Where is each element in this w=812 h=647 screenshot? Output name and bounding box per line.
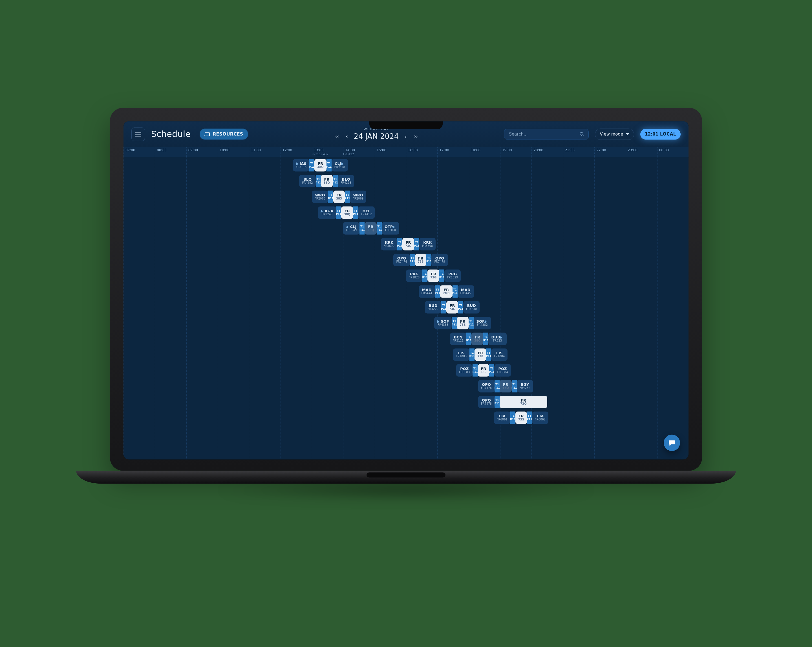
turn-seg: FR38Q bbox=[314, 159, 326, 171]
ruler-hour: 22:00 bbox=[596, 148, 606, 152]
flight-block[interactable]: CIAFR6061T1P11 FR73ST1P11 CIAFR6062 bbox=[494, 411, 575, 424]
chevron-down-icon bbox=[626, 132, 629, 136]
gantt-row: OPOFR7474T1P11 FR738T1P11 OPOFR7479 bbox=[124, 252, 688, 268]
turn-seg: FR7M8 bbox=[440, 285, 453, 298]
arrive-seg: SOFFR4383 bbox=[434, 317, 452, 329]
flight-block[interactable]: POZFR6683T1P11 FR38ST1P11 POZFR6684 bbox=[456, 364, 538, 376]
gate-chip: T1P11 bbox=[439, 269, 444, 282]
page-title: Schedule bbox=[151, 129, 191, 139]
flight-block[interactable]: BCNFR3121T1P11 FR38QT1P11 DUBFR623 bbox=[450, 332, 525, 345]
turn-seg: FR73G bbox=[402, 238, 414, 250]
gate-chip: T1P11 bbox=[426, 254, 431, 266]
laptop-shadow bbox=[133, 480, 679, 500]
flight-block[interactable]: AGAFR1245T1P11 FR38QT1P11 HELFR4412 bbox=[318, 206, 412, 219]
ruler-hour: 13:00 bbox=[314, 148, 324, 152]
current-date: 24 JAN 2024 bbox=[354, 132, 399, 141]
gate-chip: T1P11 bbox=[333, 175, 338, 187]
menu-button[interactable] bbox=[131, 127, 145, 141]
flight-block[interactable]: SOFFR4383T1P11 FR73ST1P11 SOFFR4382 bbox=[434, 317, 522, 329]
flight-block[interactable]: MADFR5444T1P11 FR7M8T1P11 MADFR5445 bbox=[419, 285, 519, 298]
view-mode-dropdown[interactable]: View mode bbox=[595, 128, 634, 140]
flight-block[interactable]: CLJFR9549T1P11 FR38QT1P11 OTPFR9160 bbox=[343, 222, 450, 234]
arrive-seg: AGAFR1245 bbox=[318, 206, 336, 219]
gate-chip: T1P11 bbox=[397, 238, 402, 250]
gantt-row: AGAFR1245T1P11 FR38QT1P11 HELFR4412 bbox=[124, 205, 688, 220]
clock-badge[interactable]: 12:01 LOCAL bbox=[640, 129, 681, 140]
gantt-row: OPOFR7478T1P11 FR38QT1P11 BGYFR4232 bbox=[124, 378, 688, 394]
arrive-seg: CLJFR9549 bbox=[343, 222, 359, 234]
gantt-chart[interactable]: IASFR3115T1P11 FR38QT1P11 CLJFR9548 BLQF… bbox=[124, 157, 688, 459]
depart-seg: HELFR4412 bbox=[358, 206, 374, 219]
turn-seg: FR38Q bbox=[500, 380, 511, 392]
turn-seg: FR73Q bbox=[500, 396, 547, 408]
depart-seg: DUBFR623 bbox=[488, 332, 507, 345]
arrive-seg: LISFR1083 bbox=[453, 348, 469, 361]
gate-chip: T1P11 bbox=[469, 317, 474, 329]
ruler-hour: 17:00 bbox=[439, 148, 449, 152]
gate-chip: T1P11 bbox=[486, 348, 491, 361]
next-day-button[interactable]: › bbox=[403, 132, 408, 141]
flight-block[interactable]: IASFR3115T1P11 FR38QT1P11 CLJFR9548 bbox=[293, 159, 387, 171]
next-week-button[interactable]: » bbox=[412, 132, 419, 141]
turn-seg: FR73S bbox=[515, 411, 527, 424]
search-icon bbox=[579, 132, 585, 137]
resources-button[interactable]: RESOURCES bbox=[200, 128, 248, 140]
flight-block[interactable]: OPOFR7478T1P11 FR38QT1P11 BGYFR4232 bbox=[478, 380, 560, 392]
depart-seg: OPOFR7479 bbox=[431, 254, 448, 266]
gate-chip: T1P11 bbox=[495, 380, 500, 392]
gate-chip: T1P11 bbox=[452, 317, 457, 329]
gate-chip: T1P11 bbox=[345, 190, 350, 203]
gate-chip: T1P11 bbox=[353, 206, 358, 219]
gantt-row: PRGFR1828T1P11 FR73GT1P11 PRGFR1829 bbox=[124, 268, 688, 283]
search-input[interactable] bbox=[508, 131, 579, 137]
ruler-hour: 20:00 bbox=[533, 148, 543, 152]
turn-seg: FR38Q bbox=[321, 175, 333, 187]
schedule-app: Schedule RESOURCES WEDNESDAY « ‹ 24 JAN … bbox=[124, 121, 688, 459]
turn-seg: FR38Q bbox=[341, 206, 353, 219]
gate-chip: T1P11 bbox=[328, 190, 333, 203]
camera-notch bbox=[369, 121, 443, 129]
turn-seg: FR73G bbox=[427, 269, 439, 282]
ruler-hour: 23:00 bbox=[627, 148, 638, 152]
depart-seg: OTPFR9160 bbox=[382, 222, 399, 234]
ruler-hour: 10:00 bbox=[220, 148, 229, 152]
flight-block[interactable]: OPOFR7478T1P11 FR73Q bbox=[478, 396, 547, 408]
arrive-seg: WROFR2068 bbox=[312, 190, 328, 203]
app-screen: Schedule RESOURCES WEDNESDAY « ‹ 24 JAN … bbox=[124, 121, 688, 459]
date-row: « ‹ 24 JAN 2024 › » bbox=[334, 132, 419, 141]
chat-fab[interactable] bbox=[664, 434, 680, 451]
gantt-row: CLJFR9549T1P11 FR38QT1P11 OTPFR9160 bbox=[124, 220, 688, 236]
plane-icon bbox=[437, 320, 440, 324]
flight-block[interactable]: BUDFR4229T1P11 FR73GT1P11 BUDFR4230 bbox=[425, 301, 507, 314]
ruler-hour: 18:00 bbox=[471, 148, 481, 152]
flight-block[interactable]: BLQFR4292T1P11 FR38QT1P11 BLQFR4293 bbox=[299, 175, 381, 187]
gate-chip: T1P11 bbox=[441, 301, 446, 314]
gantt-row: POZFR6683T1P11 FR38ST1P11 POZFR6684 bbox=[124, 362, 688, 378]
laptop-lid: Schedule RESOURCES WEDNESDAY « ‹ 24 JAN … bbox=[110, 108, 702, 470]
gate-chip: T1P11 bbox=[414, 238, 419, 250]
depart-seg: BLQFR4293 bbox=[338, 175, 354, 187]
gate-chip: T1P11 bbox=[527, 411, 532, 424]
flight-block[interactable]: OPOFR7474T1P11 FR738T1P11 OPOFR7479 bbox=[393, 254, 475, 266]
flight-block[interactable]: LISFR1083T1P11 FR738T1P11 LISFR1084 bbox=[453, 348, 541, 361]
depart-seg: KRKFR3698 bbox=[419, 238, 436, 250]
gate-chip: T1P11 bbox=[377, 222, 382, 234]
gate-chip: T1P11 bbox=[359, 222, 365, 234]
gate-chip: T1P11 bbox=[422, 269, 427, 282]
flight-block[interactable]: WROFR2068T1P11 FR383T1P11 WROFR2069 bbox=[312, 190, 393, 203]
gantt-row: LISFR1083T1P11 FR738T1P11 LISFR1084 bbox=[124, 347, 688, 362]
flight-block[interactable]: KRKFR3699T1P11 FR73GT1P11 KRKFR3698 bbox=[381, 238, 462, 250]
prev-day-button[interactable]: ‹ bbox=[344, 132, 350, 141]
search-field[interactable] bbox=[504, 129, 589, 140]
turn-seg: FR738 bbox=[475, 348, 486, 361]
ruler-hour: 16:00 bbox=[408, 148, 418, 152]
gate-chip: T1P11 bbox=[453, 285, 458, 298]
ruler-hour: 15:00 bbox=[377, 148, 386, 152]
prev-week-button[interactable]: « bbox=[334, 132, 340, 141]
flight-block[interactable]: PRGFR1828T1P11 FR73GT1P11 PRGFR1829 bbox=[406, 269, 487, 282]
arrive-seg: OPOFR7478 bbox=[478, 380, 495, 392]
depart-seg: MADFR5445 bbox=[458, 285, 474, 298]
turn-seg: FR38S bbox=[478, 364, 489, 376]
ruler-hour: 14:00 bbox=[345, 148, 355, 152]
gate-chip: T1P11 bbox=[495, 396, 500, 408]
